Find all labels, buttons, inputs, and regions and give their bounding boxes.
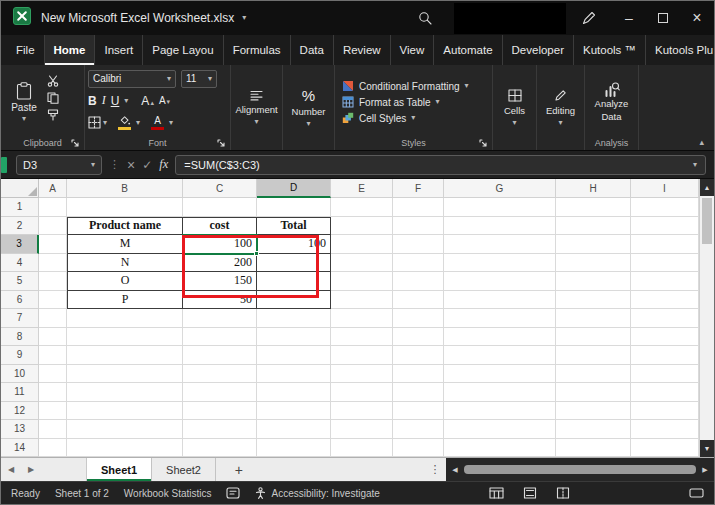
cell-g9[interactable] bbox=[444, 346, 556, 365]
font-color-button[interactable]: A bbox=[151, 116, 164, 130]
workbook-statistics-button[interactable]: Workbook Statistics bbox=[124, 488, 212, 499]
cell-h5[interactable] bbox=[556, 272, 631, 291]
copy-button[interactable] bbox=[47, 92, 59, 104]
vertical-scroll-track[interactable] bbox=[700, 196, 714, 440]
cell-e12[interactable] bbox=[331, 402, 393, 421]
cell-i8[interactable] bbox=[631, 328, 699, 347]
chevron-down-icon[interactable]: ▾ bbox=[169, 119, 173, 127]
cell-e4[interactable] bbox=[331, 254, 393, 273]
scroll-up-icon[interactable]: ▲ bbox=[700, 179, 714, 196]
cell-d13[interactable] bbox=[257, 420, 331, 439]
cell-e13[interactable] bbox=[331, 420, 393, 439]
workbook-statistics-icon[interactable] bbox=[226, 487, 240, 499]
row-header-1[interactable]: 1 bbox=[1, 198, 39, 217]
cell-e9[interactable] bbox=[331, 346, 393, 365]
cell-c3[interactable]: 100 bbox=[183, 235, 257, 254]
increase-font-button[interactable]: A▴ bbox=[141, 94, 154, 108]
cell-d5[interactable] bbox=[257, 272, 331, 291]
cell-c11[interactable] bbox=[183, 383, 257, 402]
cell-g6[interactable] bbox=[444, 291, 556, 310]
cells-button[interactable]: Cells ▾ bbox=[504, 69, 525, 150]
cell-f9[interactable] bbox=[393, 346, 444, 365]
cell-h10[interactable] bbox=[556, 365, 631, 384]
decrease-font-button[interactable]: A▾ bbox=[159, 95, 170, 106]
cell-c2[interactable]: cost bbox=[183, 217, 257, 236]
cell-g11[interactable] bbox=[444, 383, 556, 402]
cell-h13[interactable] bbox=[556, 420, 631, 439]
scroll-right-icon[interactable]: ▶ bbox=[700, 466, 710, 474]
cell-f11[interactable] bbox=[393, 383, 444, 402]
cell-c4[interactable]: 200 bbox=[183, 254, 257, 273]
cell-b13[interactable] bbox=[67, 420, 183, 439]
cell-h11[interactable] bbox=[556, 383, 631, 402]
cell-d8[interactable] bbox=[257, 328, 331, 347]
name-box[interactable]: D3 ▾ bbox=[16, 155, 102, 175]
format-painter-button[interactable] bbox=[47, 109, 59, 121]
cell-f13[interactable] bbox=[393, 420, 444, 439]
font-dialog-launcher-icon[interactable] bbox=[217, 139, 225, 147]
sheet-menu-icon[interactable]: ⋮ bbox=[424, 458, 446, 481]
horizontal-scroll-thumb[interactable] bbox=[464, 465, 696, 474]
cell-g5[interactable] bbox=[444, 272, 556, 291]
cell-g10[interactable] bbox=[444, 365, 556, 384]
insert-function-icon[interactable]: fx bbox=[159, 157, 168, 172]
number-button[interactable]: % Number ▾ bbox=[292, 69, 326, 150]
fill-color-button[interactable] bbox=[118, 115, 131, 130]
cell-h3[interactable] bbox=[556, 235, 631, 254]
cell-a3[interactable] bbox=[39, 235, 67, 254]
ribbon-tab-review[interactable]: Review bbox=[334, 35, 391, 65]
scroll-down-icon[interactable]: ▼ bbox=[700, 440, 714, 457]
title-chevron-down-icon[interactable]: ▾ bbox=[242, 14, 246, 22]
search-icon[interactable] bbox=[418, 11, 432, 25]
cell-g3[interactable] bbox=[444, 235, 556, 254]
cell-b6[interactable]: P bbox=[67, 291, 183, 310]
cancel-icon[interactable]: × bbox=[127, 157, 135, 173]
cell-f5[interactable] bbox=[393, 272, 444, 291]
cell-b9[interactable] bbox=[67, 346, 183, 365]
column-header-f[interactable]: F bbox=[393, 179, 444, 198]
row-header-5[interactable]: 5 bbox=[1, 272, 39, 291]
cell-a13[interactable] bbox=[39, 420, 67, 439]
page-layout-view-button[interactable] bbox=[523, 487, 537, 499]
cell-g7[interactable] bbox=[444, 309, 556, 328]
cell-f1[interactable] bbox=[393, 198, 444, 217]
cell-a1[interactable] bbox=[39, 198, 67, 217]
row-header-10[interactable]: 10 bbox=[1, 365, 39, 384]
cell-h1[interactable] bbox=[556, 198, 631, 217]
ribbon-tab-automate[interactable]: Automate bbox=[434, 35, 502, 65]
row-header-12[interactable]: 12 bbox=[1, 402, 39, 421]
cell-g4[interactable] bbox=[444, 254, 556, 273]
ribbon-tab-insert[interactable]: Insert bbox=[95, 35, 143, 65]
analyze-data-button[interactable]: Analyze Data bbox=[588, 69, 635, 135]
cell-a2[interactable] bbox=[39, 217, 67, 236]
cell-h9[interactable] bbox=[556, 346, 631, 365]
column-header-a[interactable]: A bbox=[39, 179, 67, 198]
cell-f14[interactable] bbox=[393, 439, 444, 458]
sheet-tab-sheet1[interactable]: Sheet1 bbox=[87, 458, 152, 481]
cell-i1[interactable] bbox=[631, 198, 699, 217]
cell-h2[interactable] bbox=[556, 217, 631, 236]
column-header-g[interactable]: G bbox=[444, 179, 556, 198]
cell-h6[interactable] bbox=[556, 291, 631, 310]
cell-h4[interactable] bbox=[556, 254, 631, 273]
cell-a11[interactable] bbox=[39, 383, 67, 402]
cell-b11[interactable] bbox=[67, 383, 183, 402]
underline-chevron-icon[interactable]: ▾ bbox=[124, 97, 128, 105]
cell-a4[interactable] bbox=[39, 254, 67, 273]
cell-f2[interactable] bbox=[393, 217, 444, 236]
cell-a7[interactable] bbox=[39, 309, 67, 328]
ribbon-tab-developer[interactable]: Developer bbox=[503, 35, 574, 65]
horizontal-scrollbar[interactable]: ◀ ▶ bbox=[446, 458, 714, 481]
row-header-11[interactable]: 11 bbox=[1, 383, 39, 402]
clipboard-dialog-launcher-icon[interactable] bbox=[71, 139, 79, 147]
cell-styles-button[interactable]: Cell Styles ▾ bbox=[342, 112, 489, 124]
ribbon-tab-home[interactable]: Home bbox=[45, 35, 96, 65]
format-as-table-button[interactable]: Format as Table ▾ bbox=[342, 96, 489, 108]
cell-a9[interactable] bbox=[39, 346, 67, 365]
cell-b5[interactable]: O bbox=[67, 272, 183, 291]
minimize-button[interactable]: – bbox=[612, 1, 646, 35]
cell-i9[interactable] bbox=[631, 346, 699, 365]
font-size-select[interactable]: 11 ▾ bbox=[181, 70, 217, 88]
cell-g13[interactable] bbox=[444, 420, 556, 439]
conditional-formatting-button[interactable]: Conditional Formatting ▾ bbox=[342, 80, 489, 92]
